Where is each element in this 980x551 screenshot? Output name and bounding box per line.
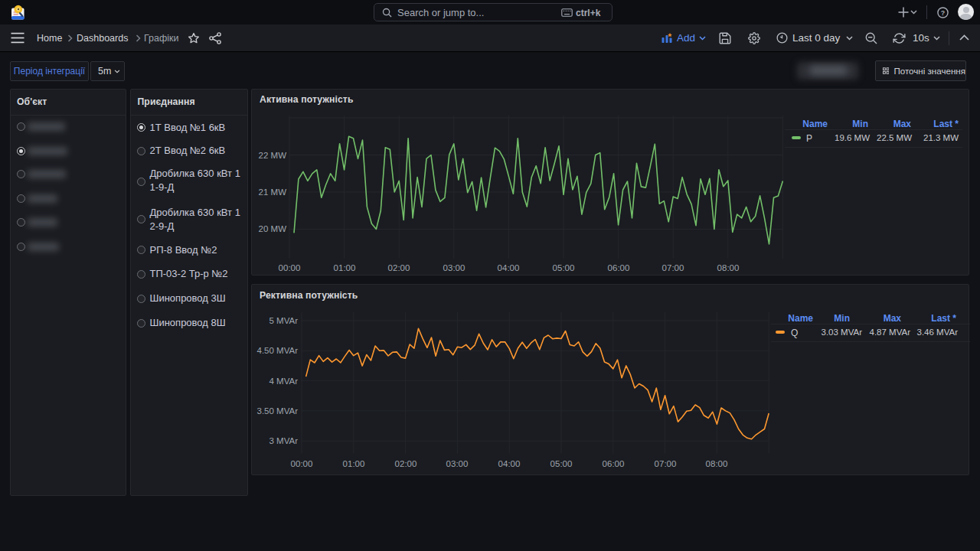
svg-text:?: ?: [941, 9, 945, 17]
